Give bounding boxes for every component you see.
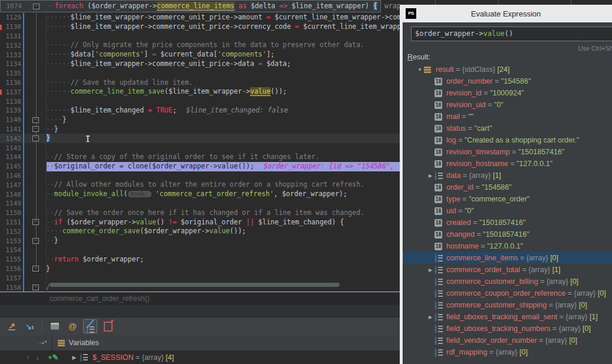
code-line-1135[interactable]: 1135 [0, 69, 400, 78]
debugger-toolbar: ↗↘I@123 [0, 317, 400, 335]
expand-arrow-icon[interactable]: ▶ [426, 267, 435, 273]
code-line-1156[interactable]: 1156−} [0, 264, 400, 274]
array-icon: 123 [435, 254, 446, 262]
primitive-icon: 18 [435, 243, 446, 250]
code-line-1149[interactable]: 1149 [0, 199, 400, 209]
phpstorm-debug-screen: 1129······$line_item_wrapper->commerce_u… [0, 0, 612, 364]
shortcut-hint: Use Ctrl+Sh [578, 45, 612, 52]
tree-row-revision_id[interactable]: 18revision_id = "1000924" [403, 87, 612, 99]
result-label: Result: [407, 53, 430, 61]
code-line-1130[interactable]: 1130······$line_item_wrapper->commerce_u… [0, 22, 400, 32]
tree-row-commerce_coupon_order_reference[interactable]: 123commerce_coupon_order_reference = {ar… [403, 287, 612, 299]
array-icon: 123 [435, 337, 446, 344]
vcs-change-bar [23, 13, 24, 292]
pin-icon[interactable]: ➝* [39, 339, 47, 347]
code-line-1131[interactable]: 1131 [0, 32, 400, 41]
primitive-icon: 18 [435, 196, 446, 203]
code-line-1133[interactable]: 1133······$data['components'] = $current… [0, 50, 400, 59]
code-line-1141[interactable]: 1141−··} [0, 125, 400, 134]
horizontal-scrollbar[interactable] [50, 283, 340, 287]
tree-row-hostname[interactable]: 18hostname = "127.0.0.1" [403, 240, 612, 252]
tree-row-changed[interactable]: 18changed = "1501857416" [403, 229, 612, 240]
mute-variables-icon[interactable]: 123 [83, 319, 97, 333]
dialog-titlebar[interactable]: PS Evaluate Expression [400, 5, 612, 22]
tree-row-log[interactable]: 18log = "Created as a shopping cart orde… [403, 134, 612, 146]
divider [64, 350, 65, 364]
code-line-1154[interactable]: 1154 [0, 246, 400, 255]
code-line-1144[interactable]: 1144··// Store a copy of the original or… [0, 153, 400, 162]
inline-values-icon[interactable]: @ [65, 319, 80, 333]
code-line-1157[interactable]: 1157 [0, 273, 400, 283]
tree-row-commerce_customer_shipping[interactable]: 123commerce_customer_shipping = {array} … [403, 299, 612, 311]
code-lines: 1129······$line_item_wrapper->commerce_u… [0, 13, 400, 292]
add-watch-icon[interactable]: +✎ [48, 353, 58, 362]
tree-row-revision_hostname[interactable]: 18revision_hostname = "127.0.0.1" [403, 158, 612, 170]
tree-row-field_vendor_order_number[interactable]: 123field_vendor_order_number = {array} [… [403, 335, 612, 346]
tree-row-field_uboxes_tracking_email_sent[interactable]: ▶123field_uboxes_tracking_email_sent = {… [403, 311, 612, 323]
array-icon: 123 [435, 313, 446, 320]
evaluate-expression-icon[interactable] [48, 319, 62, 333]
code-line-1129[interactable]: 1129······$line_item_wrapper->commerce_u… [0, 13, 400, 22]
expand-arrow-icon[interactable]: ▶ [72, 355, 76, 360]
tree-row-rdf_mapping[interactable]: 123rdf_mapping = {array} [0] [403, 346, 612, 358]
clipped-code-tail: wrap [384, 2, 400, 10]
tree-row-commerce_customer_billing[interactable]: 123commerce_customer_billing = {array} [… [403, 276, 612, 287]
code-line-1152[interactable]: 1152····commerce_order_save($order_wrapp… [0, 227, 400, 236]
expand-arrow-icon[interactable]: ▶ [426, 315, 435, 320]
code-line-1134[interactable]: 1134······$line_item_wrapper->commerce_u… [0, 59, 400, 69]
array-icon: 123 [435, 302, 446, 309]
expand-arrow-icon[interactable]: ▶ [426, 173, 435, 178]
code-line-1148[interactable]: 1148··module_invoke_all(hook: 'commerce_… [0, 190, 400, 199]
array-icon: 123 [435, 266, 446, 273]
primitive-icon: 18 [435, 90, 446, 97]
up-arrow-icon[interactable]: ↑ [26, 353, 30, 362]
code-editor[interactable]: 1129······$line_item_wrapper->commerce_u… [0, 0, 400, 292]
tree-row-revision_uid[interactable]: 18revision_uid = "0" [403, 99, 612, 111]
primitive-icon: 18 [435, 160, 446, 168]
tree-row-result[interactable]: ▼result = {stdClass} [24] [403, 64, 612, 75]
expression-input[interactable]: $order_wrapper->value() [411, 27, 612, 41]
tree-row-uid[interactable]: 18uid = "0" [403, 205, 612, 217]
result-tree: ▼result = {stdClass} [24]18order_number … [403, 64, 612, 364]
tree-row-mail[interactable]: 18mail = "" [403, 111, 612, 123]
down-arrow-icon[interactable]: ↓ [36, 353, 40, 362]
restore-layout-icon[interactable] [101, 319, 115, 333]
tree-row-order_number[interactable]: 18order_number = "154586" [403, 75, 612, 87]
tree-row-field_uboxes_tracking_numbers[interactable]: 123field_uboxes_tracking_numbers = {arra… [403, 323, 612, 335]
tree-row-created[interactable]: 18created = "1501857416" [403, 217, 612, 229]
array-icon: 123 [435, 172, 446, 179]
code-line-1138[interactable]: 1138 [0, 97, 400, 106]
code-line-1132[interactable]: 1132······// Only migrate the price comp… [0, 41, 400, 50]
code-line-1150[interactable]: 1150··// Save the order once here if it … [0, 209, 400, 218]
tree-row-revision_timestamp[interactable]: 18revision_timestamp = "1501857416" [403, 146, 612, 158]
pinned-context-line[interactable]: 1074−··foreach ($order_wrapper->commerce… [0, 0, 381, 12]
tree-row-commerce_line_items[interactable]: 123commerce_line_items = {array} [0] [403, 252, 612, 264]
step-out-icon[interactable]: ↗ [5, 319, 19, 333]
code-line-1137[interactable]: 1137······commerce_line_item_save($line_… [0, 87, 400, 97]
object-icon [424, 67, 436, 73]
code-line-1153[interactable]: 1153−··} [0, 236, 400, 246]
background-window-strip [400, 0, 612, 5]
tree-row-data[interactable]: ▶123data = {array} [1] [403, 170, 612, 181]
code-line-1142[interactable]: 1142−} [0, 134, 400, 143]
tab-variables[interactable]: Variables [69, 339, 99, 347]
primitive-icon: 18 [435, 137, 446, 144]
tree-row-order_id[interactable]: 18order_id = "154586" [403, 181, 612, 193]
code-line-1147[interactable]: 1147··// Allow other modules to alter th… [0, 180, 400, 190]
expand-arrow-icon[interactable]: ▼ [416, 67, 424, 72]
variables-row-session[interactable]: ↑ ↓ +✎ ▶ 123 $_SESSION = {array} [4] [0, 350, 400, 364]
code-line-1140[interactable]: 1140−····} [0, 115, 400, 125]
code-line-1136[interactable]: 1136······// Save the updated line item. [0, 78, 400, 88]
run-to-cursor-icon[interactable]: ↘I [22, 319, 37, 333]
tree-row-type[interactable]: 18type = "commerce_order" [403, 193, 612, 205]
tree-row-commerce_order_total[interactable]: ▶123commerce_order_total = {array} [1] [403, 264, 612, 276]
code-line-1143[interactable]: 1143 [0, 143, 400, 153]
code-line-1151[interactable]: 1151−··if ($order_wrapper->value() != $o… [0, 218, 400, 227]
tree-row-status[interactable]: 18status = "cart" [403, 123, 612, 134]
code-line-1145[interactable]: 1145··$original_order = clone($order_wra… [0, 162, 400, 171]
panel-gap [0, 305, 400, 317]
code-line-1155[interactable]: 1155··return $order_wrapper; [0, 255, 400, 264]
code-line-1146[interactable]: 1146 [0, 171, 400, 181]
code-line-1139[interactable]: 1139······$line_item_changed = TRUE;$lin… [0, 106, 400, 115]
toolbar-separator [42, 322, 42, 331]
